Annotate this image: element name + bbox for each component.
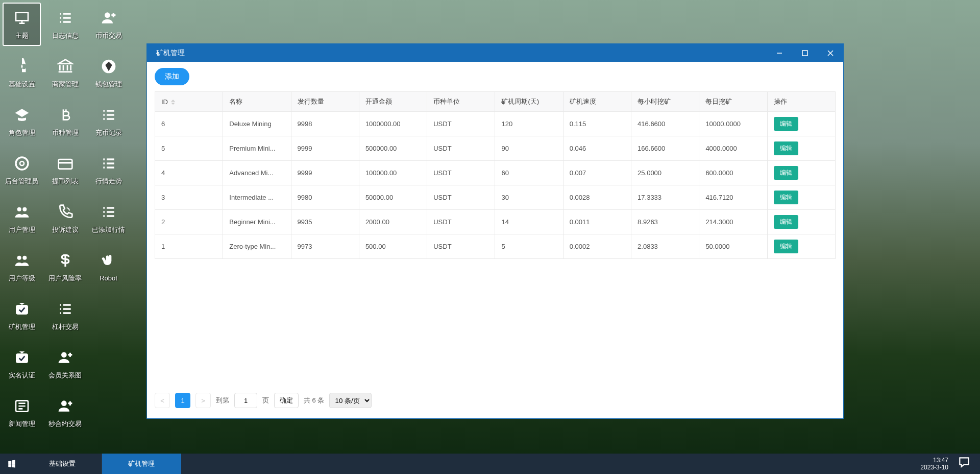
table-row: 5Premium Mini...9999500000.00USDT900.046…	[155, 136, 836, 161]
edit-button[interactable]: 编辑	[774, 117, 798, 131]
desktop-icon-币币交易[interactable]: 币币交易	[89, 3, 128, 46]
desktop-icon-label: 钱包管理	[95, 80, 122, 89]
col-header-6[interactable]: 矿机速度	[563, 92, 631, 112]
desktop-icon-后台管理员[interactable]: 后台管理员	[3, 148, 41, 192]
cell: Advanced Mi...	[223, 161, 291, 185]
pagination: < 1 > 到第 页 确定 共 6 条 10 条/页	[147, 383, 843, 418]
table-row: 6Deluxe Mining99981000000.00USDT1200.115…	[155, 112, 836, 136]
start-button[interactable]	[0, 454, 23, 474]
cell: 214.3000	[699, 210, 767, 234]
desktop-icon-实名认证[interactable]: 实名认证	[3, 342, 41, 386]
clock[interactable]: 13:47 2023-3-10	[920, 457, 948, 471]
desktop-icon-提币列表[interactable]: 提币列表	[46, 148, 84, 192]
cell: 500.00	[359, 234, 427, 259]
desktop-icon-币种管理[interactable]: 币种管理	[46, 100, 84, 143]
svg-rect-9	[802, 51, 807, 56]
bank-icon	[57, 57, 74, 76]
desktop-icon-label: 杠杆交易	[52, 322, 79, 331]
list-icon	[101, 203, 117, 221]
desktop-icon-日志信息[interactable]: 日志信息	[46, 3, 84, 46]
desktop-icon-杠杆交易[interactable]: 杠杆交易	[46, 294, 84, 337]
page-1-button[interactable]: 1	[175, 393, 190, 408]
desktop-icon-主题[interactable]: 主题	[3, 3, 41, 46]
desktop-icon-新闻管理[interactable]: 新闻管理	[3, 391, 41, 434]
minimize-button[interactable]	[767, 44, 792, 62]
taskbar-item-基础设置[interactable]: 基础设置	[23, 454, 102, 474]
userplus-icon	[101, 9, 117, 27]
cell: Intermediate ...	[223, 185, 291, 210]
goto-label: 到第	[216, 396, 229, 405]
col-header-9[interactable]: 操作	[767, 92, 835, 112]
close-button[interactable]	[818, 44, 843, 62]
desktop-icon-投诉建议[interactable]: 投诉建议	[46, 197, 84, 240]
desktop-icon-行情走势[interactable]: 行情走势	[89, 148, 128, 192]
desktop-icon-用户管理[interactable]: 用户管理	[3, 197, 41, 240]
col-header-8[interactable]: 每日挖矿	[699, 92, 767, 112]
desktop-icon-label: 用户风险率	[48, 274, 82, 283]
edit-button[interactable]: 编辑	[774, 166, 798, 180]
edit-button[interactable]: 编辑	[774, 141, 798, 155]
edit-button[interactable]: 编辑	[774, 191, 798, 204]
goto-confirm-button[interactable]: 确定	[274, 393, 299, 408]
chat-icon[interactable]	[958, 456, 971, 472]
desktop-icon-会员关系图[interactable]: 会员关系图	[46, 342, 84, 386]
col-header-5[interactable]: 矿机周期(天)	[495, 92, 563, 112]
next-page-button[interactable]: >	[195, 393, 211, 408]
desktop-icon-基础设置[interactable]: 基础设置	[3, 51, 41, 94]
desktop-icon-label: 基础设置	[9, 80, 35, 89]
card-icon	[57, 154, 74, 173]
desktop-icon-label: 用户管理	[9, 225, 35, 234]
titlebar[interactable]: 矿机管理	[147, 44, 843, 62]
goto-page-input[interactable]	[234, 393, 257, 408]
desktop-icon-已添加行情[interactable]: 已添加行情	[89, 197, 128, 240]
table-row: 3Intermediate ...998050000.00USDT300.002…	[155, 185, 836, 210]
cell-op: 编辑	[767, 136, 835, 161]
cell: 0.0002	[563, 234, 631, 259]
prev-page-button[interactable]: <	[155, 393, 170, 408]
edit-button[interactable]: 编辑	[774, 240, 798, 253]
desktop-icon-用户风险率[interactable]: 用户风险率	[46, 245, 84, 289]
cell: 166.6600	[631, 136, 699, 161]
cell: 120	[495, 112, 563, 136]
desktop-icon-角色管理[interactable]: 角色管理	[3, 100, 41, 143]
cell: 2	[155, 210, 223, 234]
cell: 4	[155, 161, 223, 185]
desktop-icon-秒合约交易[interactable]: 秒合约交易	[46, 391, 84, 434]
desktop-icon-用户等级[interactable]: 用户等级	[3, 245, 41, 289]
users-icon	[14, 251, 30, 270]
cell: 416.7120	[699, 185, 767, 210]
add-button[interactable]: 添加	[155, 68, 189, 85]
cell: 100000.00	[359, 161, 427, 185]
cell: 5	[155, 136, 223, 161]
page-size-select[interactable]: 10 条/页	[329, 393, 372, 408]
list-icon	[101, 106, 117, 124]
desktop-icon-矿机管理[interactable]: 矿机管理	[3, 294, 41, 337]
cell: 90	[495, 136, 563, 161]
col-header-1[interactable]: 名称	[223, 92, 291, 112]
window-title: 矿机管理	[156, 49, 185, 58]
newspaper-icon	[14, 397, 30, 415]
taskbar-item-矿机管理[interactable]: 矿机管理	[102, 454, 181, 474]
col-header-4[interactable]: 币种单位	[427, 92, 495, 112]
cell: 2.0833	[631, 234, 699, 259]
cell: 50000.00	[359, 185, 427, 210]
desktop-icon-充币记录[interactable]: 充币记录	[89, 100, 128, 143]
col-header-2[interactable]: 发行数量	[291, 92, 359, 112]
col-header-7[interactable]: 每小时挖矿	[631, 92, 699, 112]
mining-manage-window: 矿机管理 添加 ID名称发行数量开通金额币种单位矿机周期(天)矿机速度每小时挖矿…	[146, 43, 844, 419]
maximize-button[interactable]	[792, 44, 818, 62]
desktop-icon-label: 实名认证	[9, 371, 35, 380]
desktop-icon-钱包管理[interactable]: 钱包管理	[89, 51, 128, 94]
cell: 500000.00	[359, 136, 427, 161]
table-wrapper: ID名称发行数量开通金额币种单位矿机周期(天)矿机速度每小时挖矿每日挖矿操作 6…	[147, 91, 843, 383]
cell: 9973	[291, 234, 359, 259]
edit-button[interactable]: 编辑	[774, 215, 798, 229]
cell: Zero-type Min...	[223, 234, 291, 259]
desktop-icon-商家管理[interactable]: 商家管理	[46, 51, 84, 94]
col-header-3[interactable]: 开通金额	[359, 92, 427, 112]
diamond-icon	[101, 57, 117, 76]
cell: Deluxe Mining	[223, 112, 291, 136]
desktop-icon-Robot[interactable]: Robot	[89, 245, 128, 289]
col-header-0[interactable]: ID	[155, 92, 223, 112]
page-unit-label: 页	[262, 396, 269, 405]
